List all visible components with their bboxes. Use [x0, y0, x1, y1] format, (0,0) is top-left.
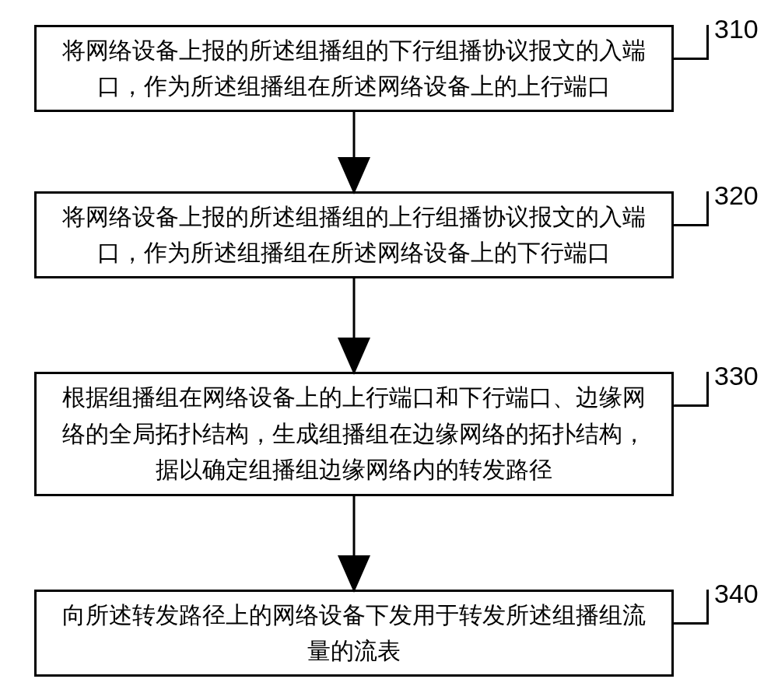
flowchart-canvas: 将网络设备上报的所述组播组的下行组播协议报文的入端口，作为所述组播组在所述网络设… — [0, 0, 778, 700]
flow-arrows — [0, 0, 778, 700]
